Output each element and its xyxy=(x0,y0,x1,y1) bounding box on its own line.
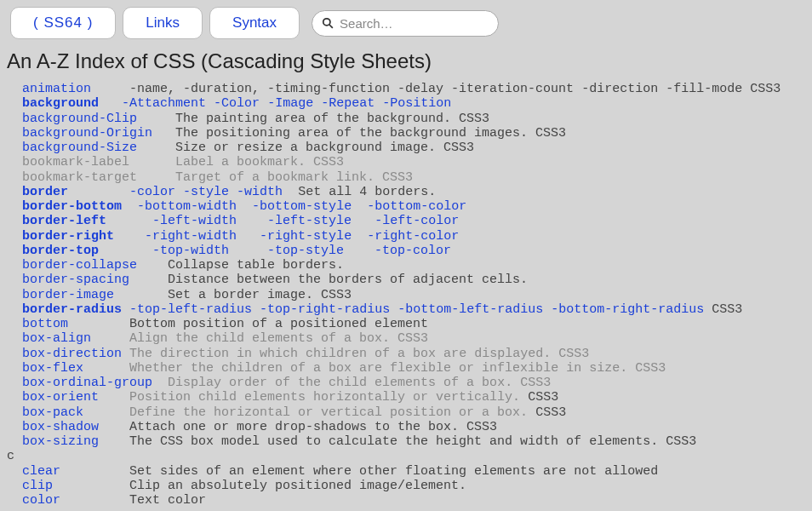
muted-text: Display order of the child elements of a… xyxy=(168,376,551,390)
property-link[interactable]: box-orient xyxy=(22,390,99,405)
description-text: The positioning area of the background i… xyxy=(152,126,566,141)
search-input[interactable] xyxy=(312,10,499,37)
muted-text: Whether the children of a box are flexib… xyxy=(129,361,666,376)
muted-text: bookmark-target Target of a bookmark lin… xyxy=(22,170,413,185)
property-link[interactable]: color xyxy=(22,493,60,508)
property-link[interactable]: box-flex xyxy=(22,361,83,376)
description-text: The CSS box model used to calculate the … xyxy=(99,434,696,449)
page-title: An A-Z Index of CSS (Cascading Style She… xyxy=(7,49,812,73)
search-wrap xyxy=(312,10,499,37)
property-link[interactable]: -bottom-width xyxy=(137,199,237,214)
description-text: Set sides of an element where other floa… xyxy=(60,464,658,479)
property-link[interactable]: -Color xyxy=(214,96,260,111)
property-link[interactable]: border-spacing xyxy=(22,273,129,287)
property-link[interactable]: background xyxy=(22,96,99,111)
property-link[interactable]: -left-width xyxy=(152,214,237,228)
property-link[interactable]: -Image xyxy=(267,96,313,111)
property-link[interactable]: -bottom-right-radius xyxy=(551,302,704,317)
property-link[interactable]: -top-width xyxy=(152,244,229,258)
property-link[interactable]: -top-style xyxy=(267,244,344,258)
description-text: CSS3 xyxy=(704,302,742,317)
property-link[interactable]: background-Clip xyxy=(22,112,137,126)
brand-button[interactable]: ( SS64 ) xyxy=(10,7,116,39)
property-link[interactable]: -left-color xyxy=(375,214,459,228)
property-link[interactable]: -Repeat xyxy=(321,96,375,111)
property-link[interactable]: animation xyxy=(22,82,91,96)
description-text: Text color xyxy=(60,493,206,508)
muted-text: Position child elements horizontally or … xyxy=(129,390,520,405)
description-text: CSS3 xyxy=(520,390,558,405)
property-link[interactable]: -bottom-color xyxy=(367,199,466,214)
description-text: Size or resize a background image. CSS3 xyxy=(137,141,474,155)
property-link[interactable]: -top-left-radius xyxy=(129,302,252,317)
description-text: Set all 4 borders. xyxy=(283,185,436,199)
property-link[interactable]: border-radius xyxy=(22,302,122,317)
property-link[interactable]: box-ordinal-group xyxy=(22,376,152,390)
section-letter: c xyxy=(7,449,14,463)
property-link[interactable]: -Position xyxy=(382,96,451,111)
property-link[interactable]: -right-style xyxy=(260,229,352,244)
property-link[interactable]: clear xyxy=(22,464,60,479)
property-link[interactable]: -width xyxy=(237,185,283,199)
property-link[interactable]: border-right xyxy=(22,229,114,244)
syntax-button[interactable]: Syntax xyxy=(209,7,300,39)
property-index: animation -name, -duration, -timing-func… xyxy=(7,82,812,508)
property-link[interactable]: -right-width xyxy=(145,229,237,244)
muted-text: Define the horizontal or vertical positi… xyxy=(129,405,528,420)
property-link[interactable]: border-collapse xyxy=(22,258,137,273)
description-text: Set a border image. CSS3 xyxy=(114,288,352,302)
property-link[interactable]: box-shadow xyxy=(22,420,99,434)
property-link[interactable]: -color xyxy=(129,185,175,199)
property-link[interactable]: -bottom-left-radius xyxy=(397,302,543,317)
property-link[interactable]: box-direction xyxy=(22,347,122,361)
links-button[interactable]: Links xyxy=(123,7,203,39)
description-text: Clip an absolutely positioned image/elem… xyxy=(53,479,466,493)
property-link[interactable]: background-Origin xyxy=(22,126,152,141)
description-text: CSS3 xyxy=(528,405,566,420)
property-link[interactable]: border-image xyxy=(22,288,114,302)
muted-text: bookmark-label Label a bookmark. CSS3 xyxy=(22,155,344,169)
property-link[interactable]: border-bottom xyxy=(22,199,122,214)
property-link[interactable]: -bottom-style xyxy=(252,199,352,214)
property-link[interactable]: bottom xyxy=(22,317,68,331)
property-link[interactable]: border-left xyxy=(22,214,106,228)
description-text: Distance between the borders of adjacent… xyxy=(129,273,528,287)
property-link[interactable]: box-align xyxy=(22,331,91,346)
description-text: Bottom position of a positioned element xyxy=(68,317,428,331)
description-text: -name, -duration, -timing-function -dela… xyxy=(91,82,781,96)
property-link[interactable]: background-Size xyxy=(22,141,137,155)
description-text: Attach one or more drop-shadows to the b… xyxy=(99,420,497,434)
property-link[interactable]: border-top xyxy=(22,244,99,258)
property-link[interactable]: -top-right-radius xyxy=(260,302,390,317)
muted-text: The direction in which children of a box… xyxy=(129,347,589,361)
property-link[interactable]: -top-color xyxy=(375,244,451,258)
property-link[interactable]: box-pack xyxy=(22,405,83,420)
property-link[interactable]: -left-style xyxy=(267,214,352,228)
property-link[interactable]: -right-color xyxy=(367,229,459,244)
property-link[interactable]: border xyxy=(22,185,68,199)
description-text: Collapse table borders. xyxy=(137,258,344,273)
top-nav: ( SS64 ) Links Syntax xyxy=(0,0,812,46)
description-text: The painting area of the background. CSS… xyxy=(137,112,489,126)
property-link[interactable]: clip xyxy=(22,479,53,493)
muted-text: Align the child elements of a box. CSS3 xyxy=(129,331,428,346)
property-link[interactable]: box-sizing xyxy=(22,434,99,449)
property-link[interactable]: -style xyxy=(183,185,229,199)
property-link[interactable]: -Attachment xyxy=(122,96,206,111)
